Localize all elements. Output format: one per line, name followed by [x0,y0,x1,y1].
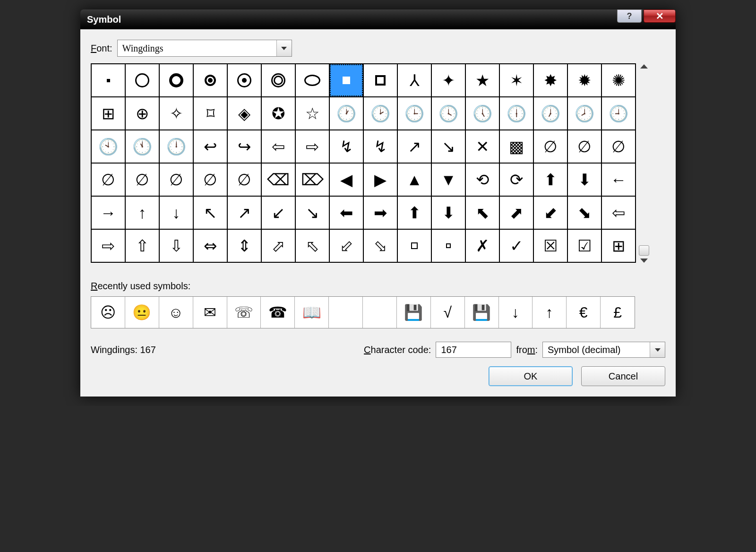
symbol-cell-arrow-right-hollow[interactable]: ⇨ [91,229,125,262]
symbol-grid[interactable]: ⅄✦★✶✸✹✺⊞⊕✧⌑◈✪☆🕐🕑🕒🕓🕔🕕🕖🕗🕘🕙🕚🕛↩↪⇦⇨↯↯↗↘✕▩∅∅∅∅… [91,63,636,263]
symbol-cell-hex-x-fill[interactable]: ⌦ [295,163,329,196]
help-button[interactable]: ? [617,9,642,23]
symbol-cell-arrow-lr-hollow[interactable]: ⇔ [193,229,227,262]
recent-cell-euro[interactable]: € [567,297,601,328]
symbol-cell-pointer-left[interactable]: ◀ [329,163,363,196]
from-dropdown-button[interactable] [650,342,665,357]
symbol-cell-leaf-4[interactable]: ✕ [465,130,499,163]
symbol-cell-crosshair[interactable]: ⊕ [125,97,159,130]
symbol-cell-oval[interactable] [295,64,329,97]
ok-button[interactable]: OK [489,366,573,386]
recent-cell-floppy-label[interactable]: 💾 [397,297,431,328]
symbol-cell-rect-hollow[interactable] [397,229,431,262]
recent-cell-face-neutral[interactable]: 😐 [125,297,159,328]
close-button[interactable]: ✕ [644,9,676,23]
recent-cell-face-happy[interactable]: ☺ [159,297,193,328]
symbol-cell-arrow-zig-left[interactable]: ↯ [329,130,363,163]
recent-cell-pound[interactable]: £ [601,297,635,328]
symbol-cell-arrow-sw-thin[interactable]: ↙ [261,196,295,229]
symbol-cell-swirl-7[interactable]: ∅ [193,163,227,196]
symbol-cell-clock-1[interactable]: 🕐 [329,97,363,130]
symbol-cell-star-6[interactable]: ✶ [499,64,533,97]
symbol-cell-starburst-12[interactable]: ✹ [567,64,601,97]
symbol-cell-clock-6[interactable]: 🕕 [499,97,533,130]
symbol-cell-arrow-up-bold[interactable]: ⬆ [397,196,431,229]
symbol-cell-clock-3[interactable]: 🕒 [397,97,431,130]
symbol-cell-clock-7[interactable]: 🕖 [533,97,567,130]
symbol-cell-check-mark[interactable]: ✓ [499,229,533,262]
symbol-cell-clock-5[interactable]: 🕔 [465,97,499,130]
symbol-cell-swirl-8[interactable]: ∅ [227,163,261,196]
symbol-cell-arrow-ribbon-left[interactable]: ⇦ [261,130,295,163]
symbol-cell-swirl-1[interactable]: ∅ [533,130,567,163]
symbol-cell-arrow-down-hollow[interactable]: ⇩ [159,229,193,262]
symbol-cell-dot[interactable] [91,64,125,97]
recent-cell-radical[interactable]: √ [431,297,465,328]
symbol-cell-clock-8[interactable]: 🕗 [567,97,601,130]
symbol-cell-star-circle-black[interactable]: ✪ [261,97,295,130]
symbol-cell-arrow-ribbon-right[interactable]: ⇨ [295,130,329,163]
recent-cell-arrow-up[interactable]: ↑ [533,297,567,328]
symbol-cell-swirl-6[interactable]: ∅ [159,163,193,196]
symbol-cell-arrow-circle-lr[interactable]: ⟲ [465,163,499,196]
symbol-cell-swirl-3[interactable]: ∅ [601,130,636,163]
symbol-cell-split-up[interactable]: ⬆ [533,163,567,196]
cancel-button[interactable]: Cancel [581,366,665,386]
symbol-cell-pointer-down[interactable]: ▼ [431,163,465,196]
symbol-cell-arrow-zig-right[interactable]: ↯ [363,130,397,163]
recent-cell-blank-2[interactable] [363,297,397,328]
symbol-cell-clock-10[interactable]: 🕙 [91,130,125,163]
recent-cell-envelope[interactable]: ✉ [193,297,227,328]
symbol-cell-arrow-sw-bold[interactable]: ⬋ [533,196,567,229]
symbol-cell-clock-11[interactable]: 🕚 [125,130,159,163]
symbol-cell-sparkle-4[interactable]: ✧ [159,97,193,130]
symbol-cell-arrow-zig-down[interactable]: ↘ [431,130,465,163]
symbol-cell-arrow-nw-thin[interactable]: ↖ [193,196,227,229]
symbol-cell-swirl-2[interactable]: ∅ [567,130,601,163]
symbol-cell-windows-logo[interactable]: ⊞ [601,229,636,262]
font-dropdown-button[interactable] [276,40,292,56]
symbol-cell-arrow-circle-rl[interactable]: ⟳ [499,163,533,196]
symbol-cell-white-square[interactable] [329,64,363,97]
symbol-cell-square-outline[interactable] [363,64,397,97]
symbol-cell-starburst-outline[interactable]: ✺ [601,64,636,97]
symbol-cell-arrow-se-thin[interactable]: ↘ [295,196,329,229]
symbol-cell-rect-hollow-small[interactable] [431,229,465,262]
symbol-cell-starburst-8[interactable]: ✸ [533,64,567,97]
symbol-cell-swirl-4[interactable]: ∅ [91,163,125,196]
symbol-cell-diamond-question[interactable]: ◈ [227,97,261,130]
symbol-cell-arrow-up-hollow[interactable]: ⇧ [125,229,159,262]
recent-cell-phone-circle[interactable]: ☏ [227,297,261,328]
symbol-cell-square-plus[interactable]: ⊞ [91,97,125,130]
symbol-cell-arrow-ne-bold[interactable]: ⬈ [499,196,533,229]
symbol-cell-arrow-down-thin[interactable]: ↓ [159,196,193,229]
char-code-input[interactable] [436,342,511,358]
symbol-cell-arrow-left-hollow[interactable]: ⇦ [601,196,636,229]
symbol-cell-clock-9[interactable]: 🕘 [601,97,636,130]
scroll-thumb[interactable] [639,245,649,256]
symbol-cell-circle-filled[interactable] [193,64,227,97]
symbol-cell-arrow-left-bold[interactable]: ⬅ [329,196,363,229]
scroll-down-icon[interactable] [640,259,648,263]
scrollbar[interactable] [636,63,650,264]
symbol-cell-arrow-se-bold[interactable]: ⬊ [567,196,601,229]
symbol-cell-circle-outline[interactable] [125,64,159,97]
symbol-cell-arrow-curve-right[interactable]: ↪ [227,130,261,163]
recent-cell-floppy[interactable]: 💾 [465,297,499,328]
symbol-cell-pointer-right[interactable]: ▶ [363,163,397,196]
from-combobox[interactable]: Symbol (decimal) [542,342,665,358]
symbol-cell-star-outline[interactable]: ☆ [295,97,329,130]
symbol-cell-leaf-4-black[interactable]: ▩ [499,130,533,163]
symbol-cell-circle-thick[interactable] [159,64,193,97]
symbol-cell-arrow-right-thin[interactable]: → [91,196,125,229]
symbol-cell-arrow-left-thin[interactable]: ← [601,163,636,196]
symbol-cell-hex-x-outline[interactable]: ⌫ [261,163,295,196]
symbol-cell-frame-corners[interactable]: ⌑ [193,97,227,130]
symbol-cell-star-5[interactable]: ★ [465,64,499,97]
font-input[interactable] [118,43,276,54]
symbol-cell-arrow-se-hollow[interactable]: ⬂ [363,229,397,262]
symbol-cell-arrow-ud-hollow[interactable]: ⇕ [227,229,261,262]
symbol-cell-arrow-sw-hollow[interactable]: ⬃ [329,229,363,262]
symbol-cell-arrow-up-thin[interactable]: ↑ [125,196,159,229]
symbol-cell-swirl-5[interactable]: ∅ [125,163,159,196]
